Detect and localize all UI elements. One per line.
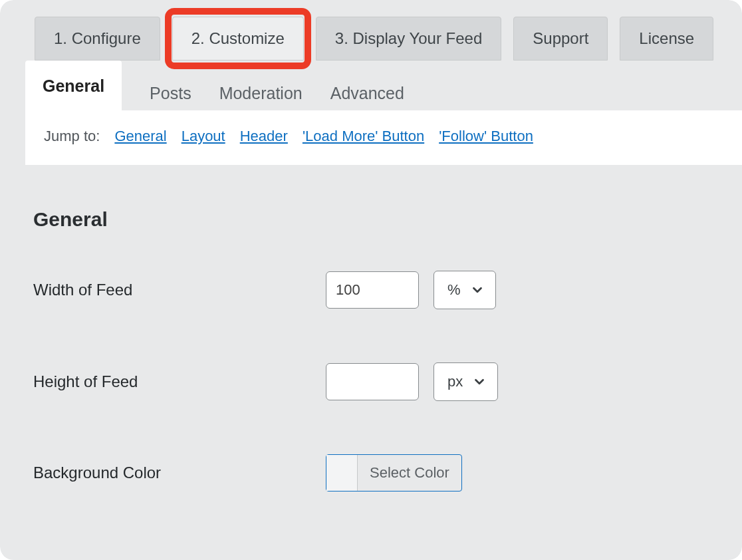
jump-layout[interactable]: Layout	[182, 128, 225, 145]
tab-display-feed[interactable]: 3. Display Your Feed	[316, 17, 501, 61]
tab-customize-label: 2. Customize	[191, 29, 285, 47]
tab-customize[interactable]: 2. Customize	[172, 17, 304, 61]
row-width: Width of Feed %	[33, 271, 709, 309]
chevron-down-icon	[472, 374, 487, 389]
height-label: Height of Feed	[33, 372, 326, 391]
jump-loadmore[interactable]: 'Load More' Button	[303, 128, 424, 145]
general-section: General Width of Feed % Height of Feed	[0, 165, 742, 511]
jump-label: Jump to:	[44, 128, 100, 145]
color-swatch	[326, 455, 358, 491]
sub-tab-bar: General Posts Moderation Advanced	[0, 61, 742, 110]
subtab-moderation[interactable]: Moderation	[219, 84, 303, 103]
jump-header[interactable]: Header	[240, 128, 288, 145]
height-input[interactable]	[326, 363, 419, 400]
subtab-advanced[interactable]: Advanced	[330, 84, 404, 103]
subtab-general[interactable]: General	[25, 61, 122, 110]
width-input[interactable]	[326, 271, 419, 309]
row-bgcolor: Background Color Select Color	[33, 454, 709, 491]
height-unit-value: px	[447, 373, 463, 390]
jump-panel: Jump to: General Layout Header 'Load Mor…	[25, 110, 742, 165]
width-unit-value: %	[447, 281, 461, 299]
row-height: Height of Feed px	[33, 362, 709, 401]
subtab-posts[interactable]: Posts	[150, 84, 191, 103]
width-unit-select[interactable]: %	[433, 271, 496, 309]
width-label: Width of Feed	[33, 281, 326, 299]
section-heading: General	[33, 208, 709, 231]
jump-follow[interactable]: 'Follow' Button	[439, 128, 533, 145]
tab-support[interactable]: Support	[513, 17, 608, 61]
color-picker[interactable]: Select Color	[326, 454, 462, 491]
jump-general[interactable]: General	[114, 128, 166, 145]
tab-configure[interactable]: 1. Configure	[35, 17, 160, 61]
tab-license[interactable]: License	[620, 17, 713, 61]
chevron-down-icon	[470, 283, 485, 297]
bgcolor-label: Background Color	[33, 464, 326, 482]
height-unit-select[interactable]: px	[433, 362, 498, 401]
color-picker-label: Select Color	[358, 455, 461, 491]
primary-tab-bar: 1. Configure 2. Customize 3. Display You…	[0, 17, 742, 61]
